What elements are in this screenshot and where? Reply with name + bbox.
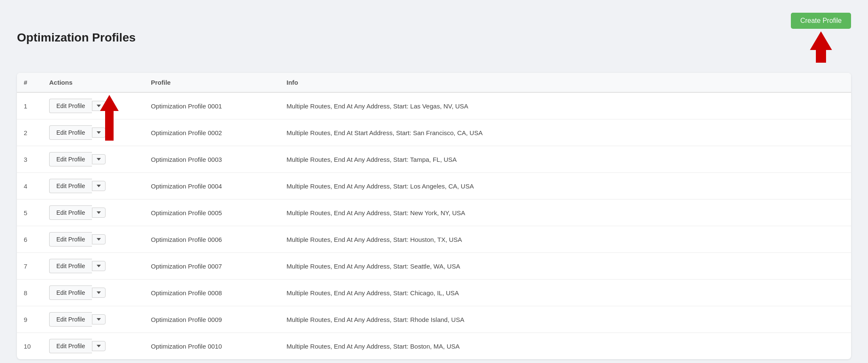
edit-profile-button[interactable]: Edit Profile [49, 125, 92, 140]
chevron-down-icon [97, 345, 101, 347]
edit-profile-button[interactable]: Edit Profile [49, 205, 92, 220]
row-actions: Edit Profile [42, 173, 144, 200]
table-area: # Actions Profile Info 1Edit ProfileOpti… [17, 73, 851, 359]
row-profile-name: Optimization Profile 0005 [144, 200, 280, 226]
row-profile-name: Optimization Profile 0002 [144, 119, 280, 146]
edit-profile-dropdown-button[interactable] [92, 234, 106, 244]
profiles-table-container: # Actions Profile Info 1Edit ProfileOpti… [17, 73, 851, 359]
chevron-down-icon [97, 291, 101, 294]
chevron-down-icon [97, 131, 101, 134]
row-profile-name: Optimization Profile 0006 [144, 226, 280, 253]
chevron-down-icon [97, 105, 101, 107]
edit-profile-button[interactable]: Edit Profile [49, 152, 92, 166]
header-right-area: Create Profile [791, 13, 851, 63]
arrow-pointing-up-to-create-button [810, 31, 832, 63]
action-group: Edit Profile [49, 179, 137, 193]
edit-profile-button[interactable]: Edit Profile [49, 259, 92, 273]
row-info: Multiple Routes, End At Any Address, Sta… [280, 173, 851, 200]
edit-profile-dropdown-button[interactable] [92, 208, 106, 218]
row-number: 6 [17, 226, 42, 253]
chevron-down-icon [97, 158, 101, 161]
profiles-table: # Actions Profile Info 1Edit ProfileOpti… [17, 73, 851, 359]
table-row: 6Edit ProfileOptimization Profile 0006Mu… [17, 226, 851, 253]
row-info: Multiple Routes, End At Any Address, Sta… [280, 200, 851, 226]
row-actions: Edit Profile [42, 226, 144, 253]
table-row: 5Edit ProfileOptimization Profile 0005Mu… [17, 200, 851, 226]
row-info: Multiple Routes, End At Any Address, Sta… [280, 146, 851, 173]
row-info: Multiple Routes, End At Any Address, Sta… [280, 92, 851, 119]
edit-profile-button[interactable]: Edit Profile [49, 312, 92, 327]
row-profile-name: Optimization Profile 0008 [144, 280, 280, 306]
row-actions: Edit Profile [42, 146, 144, 173]
edit-profile-dropdown-button[interactable] [92, 261, 106, 271]
edit-profile-dropdown-button[interactable] [92, 101, 106, 111]
row-actions: Edit Profile [42, 333, 144, 360]
row-number: 4 [17, 173, 42, 200]
action-group: Edit Profile [49, 232, 137, 247]
table-row: 8Edit ProfileOptimization Profile 0008Mu… [17, 280, 851, 306]
row-info: Multiple Routes, End At Any Address, Sta… [280, 253, 851, 280]
action-group: Edit Profile [49, 99, 137, 113]
row-profile-name: Optimization Profile 0007 [144, 253, 280, 280]
row-info: Multiple Routes, End At Any Address, Sta… [280, 333, 851, 360]
action-group: Edit Profile [49, 285, 137, 300]
row-actions: Edit Profile [42, 280, 144, 306]
row-actions: Edit Profile [42, 200, 144, 226]
chevron-down-icon [97, 238, 101, 241]
chevron-down-icon [97, 211, 101, 214]
row-profile-name: Optimization Profile 0009 [144, 306, 280, 333]
row-actions: Edit Profile [42, 92, 144, 119]
edit-profile-dropdown-button[interactable] [92, 341, 106, 351]
table-row: 9Edit ProfileOptimization Profile 0009Mu… [17, 306, 851, 333]
row-info: Multiple Routes, End At Any Address, Sta… [280, 306, 851, 333]
row-actions: Edit Profile [42, 306, 144, 333]
table-row: 3Edit ProfileOptimization Profile 0003Mu… [17, 146, 851, 173]
edit-profile-button[interactable]: Edit Profile [49, 339, 92, 353]
table-row: 2Edit ProfileOptimization Profile 0002Mu… [17, 119, 851, 146]
page-title: Optimization Profiles [17, 31, 136, 44]
row-number: 10 [17, 333, 42, 360]
edit-profile-dropdown-button[interactable] [92, 288, 106, 298]
chevron-down-icon [97, 265, 101, 267]
edit-profile-dropdown-button[interactable] [92, 127, 106, 138]
row-number: 1 [17, 92, 42, 119]
row-profile-name: Optimization Profile 0004 [144, 173, 280, 200]
table-row: 4Edit ProfileOptimization Profile 0004Mu… [17, 173, 851, 200]
row-info: Multiple Routes, End At Any Address, Sta… [280, 280, 851, 306]
row-number: 3 [17, 146, 42, 173]
row-info: Multiple Routes, End At Start Address, S… [280, 119, 851, 146]
row-profile-name: Optimization Profile 0003 [144, 146, 280, 173]
row-info: Multiple Routes, End At Any Address, Sta… [280, 226, 851, 253]
create-profile-button[interactable]: Create Profile [791, 13, 851, 29]
chevron-down-icon [97, 318, 101, 321]
action-group: Edit Profile [49, 152, 137, 166]
table-row: 10Edit ProfileOptimization Profile 0010M… [17, 333, 851, 360]
action-group: Edit Profile [49, 125, 137, 140]
action-group: Edit Profile [49, 312, 137, 327]
column-header-profile: Profile [144, 73, 280, 92]
edit-profile-button[interactable]: Edit Profile [49, 285, 92, 300]
table-header-row: # Actions Profile Info [17, 73, 851, 92]
edit-profile-dropdown-button[interactable] [92, 154, 106, 164]
edit-profile-dropdown-button[interactable] [92, 314, 106, 324]
action-group: Edit Profile [49, 205, 137, 220]
row-actions: Edit Profile [42, 253, 144, 280]
table-row: 1Edit ProfileOptimization Profile 0001Mu… [17, 92, 851, 119]
row-number: 2 [17, 119, 42, 146]
column-header-info: Info [280, 73, 851, 92]
column-header-num: # [17, 73, 42, 92]
column-header-actions: Actions [42, 73, 144, 92]
action-group: Edit Profile [49, 259, 137, 273]
row-actions: Edit Profile [42, 119, 144, 146]
edit-profile-button[interactable]: Edit Profile [49, 179, 92, 193]
row-profile-name: Optimization Profile 0001 [144, 92, 280, 119]
action-group: Edit Profile [49, 339, 137, 353]
row-number: 5 [17, 200, 42, 226]
row-profile-name: Optimization Profile 0010 [144, 333, 280, 360]
row-number: 9 [17, 306, 42, 333]
table-row: 7Edit ProfileOptimization Profile 0007Mu… [17, 253, 851, 280]
edit-profile-button[interactable]: Edit Profile [49, 232, 92, 247]
edit-profile-button[interactable]: Edit Profile [49, 99, 92, 113]
row-number: 8 [17, 280, 42, 306]
edit-profile-dropdown-button[interactable] [92, 181, 106, 191]
